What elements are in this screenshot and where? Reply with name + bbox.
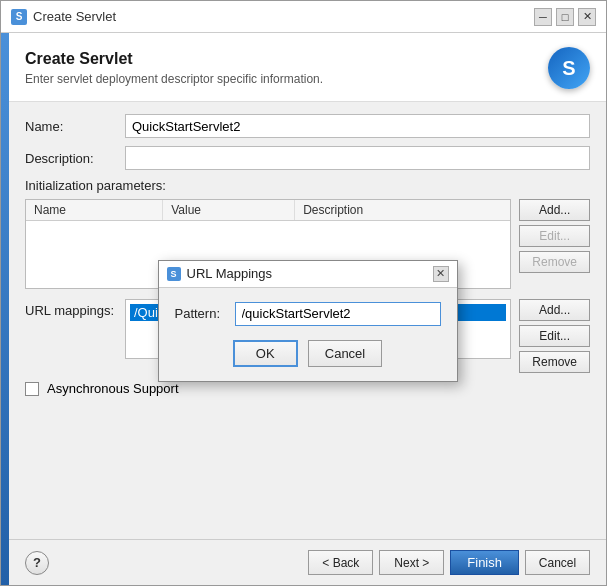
title-bar-controls: ─ □ ✕ xyxy=(534,8,596,26)
url-mappings-dialog: S URL Mappings ✕ Pattern: xyxy=(158,260,458,382)
window-title: Create Servlet xyxy=(33,9,116,24)
back-button[interactable]: < Back xyxy=(308,550,373,575)
footer-left: ? xyxy=(25,551,49,575)
dialog-cancel-button[interactable]: Cancel xyxy=(308,340,382,367)
left-accent xyxy=(1,33,9,585)
main-window: S Create Servlet ─ □ ✕ Create Servlet En… xyxy=(0,0,607,586)
dialog-title-bar: S URL Mappings ✕ xyxy=(159,261,457,288)
title-bar: S Create Servlet ─ □ ✕ xyxy=(1,1,606,33)
finish-button[interactable]: Finish xyxy=(450,550,519,575)
dialog-content: Pattern: OK Cancel xyxy=(159,288,457,381)
window-icon: S xyxy=(11,9,27,25)
title-bar-left: S Create Servlet xyxy=(11,9,116,25)
dialog-ok-button[interactable]: OK xyxy=(233,340,298,367)
dialog-title-left: S URL Mappings xyxy=(167,266,273,281)
dialog-title-text: URL Mappings xyxy=(187,266,273,281)
maximize-button[interactable]: □ xyxy=(556,8,574,26)
header-logo: S xyxy=(548,47,590,89)
form-section: Name: Description: Initialization parame… xyxy=(9,102,606,539)
page-subtitle: Enter servlet deployment descriptor spec… xyxy=(25,72,323,86)
minimize-button[interactable]: ─ xyxy=(534,8,552,26)
dialog-close-button[interactable]: ✕ xyxy=(433,266,449,282)
dialog-pattern-input[interactable] xyxy=(235,302,441,326)
help-button[interactable]: ? xyxy=(25,551,49,575)
header-section: Create Servlet Enter servlet deployment … xyxy=(9,33,606,102)
next-button[interactable]: Next > xyxy=(379,550,444,575)
content-area: Create Servlet Enter servlet deployment … xyxy=(1,33,606,585)
footer-right: < Back Next > Finish Cancel xyxy=(308,550,590,575)
dialog-overlay: S URL Mappings ✕ Pattern: xyxy=(9,102,606,539)
dialog-pattern-label: Pattern: xyxy=(175,306,235,321)
footer-section: ? < Back Next > Finish Cancel xyxy=(9,539,606,585)
main-content: Create Servlet Enter servlet deployment … xyxy=(9,33,606,585)
dialog-icon: S xyxy=(167,267,181,281)
header-text: Create Servlet Enter servlet deployment … xyxy=(25,50,323,86)
dialog-pattern-row: Pattern: xyxy=(175,302,441,326)
dialog-buttons: OK Cancel xyxy=(175,340,441,367)
cancel-button[interactable]: Cancel xyxy=(525,550,590,575)
page-title: Create Servlet xyxy=(25,50,323,68)
close-button[interactable]: ✕ xyxy=(578,8,596,26)
